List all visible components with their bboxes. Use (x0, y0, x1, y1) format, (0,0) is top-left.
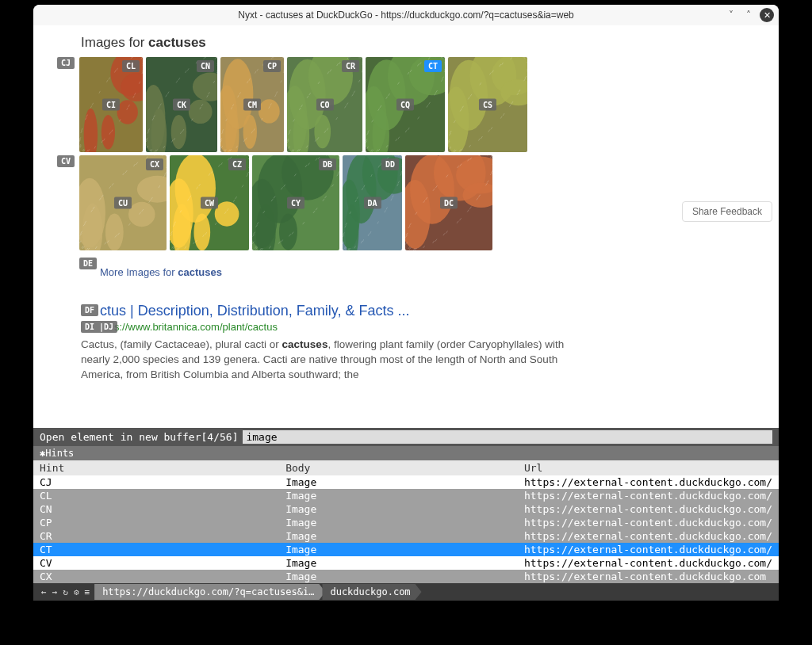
hints-row[interactable]: CVImagehttps://external-content.duckduck… (33, 556, 779, 570)
image-thumb[interactable]: CRCO (287, 57, 362, 152)
image-thumb[interactable]: CPCM (220, 57, 284, 152)
window-title: Nyxt - cactuses at DuckDuckGo - https://… (238, 10, 574, 21)
hint-label: CJ (57, 57, 75, 69)
statusbar-domain[interactable]: duckduckgo.com (322, 584, 421, 600)
hint-label: CX (146, 158, 163, 170)
window-controls: ˅ ˄ ✕ (725, 8, 774, 22)
hint-label: CI (102, 99, 120, 111)
hint-label: CZ (228, 158, 246, 170)
search-results-page: Images for cactuses CJ CLCICNCKCPCMCRCOC… (33, 25, 779, 383)
hints-row[interactable]: CRImagehttps://external-content.duckduck… (33, 529, 779, 543)
hints-table: Hint Body Url CJImagehttps://external-co… (33, 460, 779, 583)
hint-label: CL (122, 60, 140, 72)
hints-cell-body: Image (279, 516, 518, 529)
hint-label: CM (243, 99, 261, 111)
minibuffer-input[interactable] (243, 430, 772, 444)
images-heading: Images for cactuses (81, 35, 731, 51)
svg-point-278 (128, 202, 155, 227)
maximize-button[interactable]: ˄ (742, 9, 755, 21)
forward-icon[interactable]: → (52, 587, 58, 597)
statusbar-url[interactable]: https://duckduckgo.com/?q=cactuses&i… (94, 584, 325, 600)
hints-row[interactable]: CJImagehttps://external-content.duckduck… (33, 475, 779, 489)
image-thumb[interactable]: CTCQ (366, 57, 445, 152)
hints-row[interactable]: CPImagehttps://external-content.duckduck… (33, 516, 779, 529)
hint-label: CN (197, 60, 214, 72)
hints-cell-body: Image (279, 543, 518, 556)
svg-point-49 (171, 115, 186, 149)
svg-point-4 (102, 115, 115, 150)
image-thumb[interactable]: DBCY (252, 155, 339, 250)
hints-cell-url: https://external-content.duckduckgo.com/ (518, 543, 779, 556)
reload-icon[interactable]: ↻ (63, 587, 68, 597)
hint-label: CY (287, 197, 304, 209)
hint-label: DI |DJ (81, 321, 117, 333)
hints-cell-hint: CT (33, 543, 279, 556)
hint-label: CV (57, 155, 75, 167)
hints-cell-hint: CV (33, 556, 279, 570)
hints-cell-hint: CP (33, 516, 279, 529)
minibuffer-prompt: Open element in new buffer[4/56] (40, 431, 238, 443)
app-window: Nyxt - cactuses at DuckDuckGo - https://… (33, 5, 779, 601)
hint-label: CP (263, 60, 281, 72)
svg-point-327 (175, 155, 216, 223)
hints-col-url: Url (518, 460, 779, 475)
hints-panel-title: ✱Hints (33, 446, 779, 460)
svg-point-279 (105, 214, 124, 250)
hints-row[interactable]: CTImagehttps://external-content.duckduck… (33, 543, 779, 556)
statusbar-icons: ← → ↻ ⚙ ≡ (33, 587, 98, 597)
images-heading-term: cactuses (148, 35, 206, 50)
image-row-2: CV CXCUCZCWDBCYDDDADC (79, 155, 731, 250)
hints-cell-body: Image (279, 529, 518, 543)
hints-cell-body: Image (279, 489, 518, 502)
hints-cell-url: https://external-content.duckduckgo.com/ (518, 529, 779, 543)
hints-panel: ✱Hints Hint Body Url CJImagehttps://exte… (33, 446, 779, 583)
hint-label: DB (319, 158, 336, 170)
hints-col-body: Body (279, 460, 518, 475)
hints-cell-body: Image (279, 502, 518, 516)
titlebar: Nyxt - cactuses at DuckDuckGo - https://… (33, 5, 779, 25)
content-area: Images for cactuses CJ CLCICNCKCPCMCRCOC… (33, 25, 779, 428)
result-title[interactable]: DF ctus | Description, Distribution, Fam… (81, 303, 731, 319)
svg-point-3 (117, 100, 138, 124)
hint-label: DC (440, 197, 458, 209)
hints-row[interactable]: CNImagehttps://external-content.duckduck… (33, 502, 779, 516)
menu-icon[interactable]: ≡ (85, 587, 90, 597)
image-thumb[interactable]: CLCI (79, 57, 143, 152)
statusbar: ← → ↻ ⚙ ≡ https://duckduckgo.com/?q=cact… (33, 583, 779, 601)
hints-cell-hint: CX (33, 570, 279, 583)
hints-row[interactable]: CXImagehttps://external-content.duckduck… (33, 570, 779, 583)
hints-row[interactable]: CLImagehttps://external-content.duckduck… (33, 489, 779, 502)
hints-cell-url: https://external-content.duckduckgo.com/ (518, 556, 779, 570)
close-button[interactable]: ✕ (760, 8, 774, 22)
hints-cell-hint: CL (33, 489, 279, 502)
hints-cell-hint: CJ (33, 475, 279, 489)
image-thumb[interactable]: CXCU (79, 155, 167, 250)
gear-icon[interactable]: ⚙ (74, 587, 79, 597)
hints-cell-hint: CR (33, 529, 279, 543)
hint-label: DF (81, 304, 98, 316)
image-thumb[interactable]: CS (448, 57, 527, 152)
hint-label: CU (114, 197, 132, 209)
hint-label: DA (363, 197, 381, 209)
more-images-prefix: More Images for (100, 266, 178, 278)
back-icon[interactable]: ← (41, 587, 47, 597)
hint-label: DD (381, 158, 399, 170)
image-thumb[interactable]: CZCW (170, 155, 249, 250)
hint-label: DE (79, 258, 97, 269)
minimize-button[interactable]: ˅ (725, 9, 737, 21)
hint-label: CT (424, 60, 442, 72)
share-feedback-button[interactable]: Share Feedback (682, 201, 772, 222)
more-images-link[interactable]: More Images for cactuses (100, 266, 222, 278)
images-heading-prefix: Images for (81, 35, 148, 50)
hints-cell-url: https://external-content.duckduckgo.com/ (518, 516, 779, 529)
image-thumb[interactable]: DDDA (343, 155, 402, 250)
hints-cell-url: https://external-content.duckduckgo.com/ (518, 489, 779, 502)
hints-cell-url: https://external-content.duckduckgo.com/ (518, 475, 779, 489)
result-url[interactable]: DI |DJ s://www.britannica.com/plant/cact… (81, 321, 731, 333)
image-thumb[interactable]: DC (405, 155, 492, 250)
image-thumb[interactable]: CNCK (146, 57, 217, 152)
image-row-1: CJ CLCICNCKCPCMCRCOCTCQCS (79, 57, 731, 152)
hint-label: CO (316, 99, 333, 111)
hint-label: CW (201, 197, 218, 209)
hints-cell-body: Image (279, 475, 518, 489)
